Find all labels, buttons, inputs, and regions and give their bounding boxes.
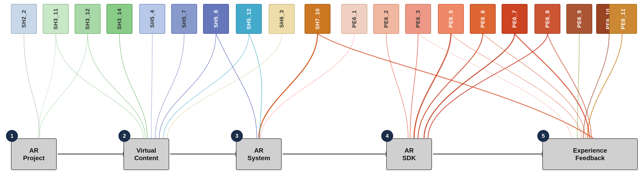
process-circle-1: 1 (6, 130, 18, 142)
process-box-virtual-content: VirtualContent (124, 138, 169, 170)
top-box-PE6_7: PE6_7 (502, 4, 528, 34)
top-box-PE6_6: PE6_6 (470, 4, 496, 34)
top-box-SH5_12: SH5_12 (236, 4, 262, 34)
top-box-PE6_1: PE6_1 (342, 4, 367, 34)
diagram-container: SH2_2 SH3_11 SH3_12 SH3_14 SH5_4 SH5_7 S… (0, 0, 644, 186)
process-box-ar-sdk: ARSDK (386, 138, 432, 170)
top-box-SH5_8: SH5_8 (203, 4, 229, 34)
process-circle-3: 3 (231, 130, 243, 142)
top-box-PE6_11: PE6_11 (609, 4, 637, 34)
top-box-PE6_5: PE6_5 (438, 4, 464, 34)
process-box-ar-project: ARProject (11, 138, 57, 170)
top-box-PE6_3: PE6_3 (405, 4, 431, 34)
process-circle-5: 5 (537, 130, 549, 142)
process-box-ar-system: ARSystem (236, 138, 282, 170)
top-box-PE6_8: PE6_8 (534, 4, 560, 34)
process-box-experience-feedback: ExperienceFeedback (542, 138, 638, 170)
process-circle-2: 2 (118, 130, 130, 142)
top-box-SH5_7: SH5_7 (171, 4, 197, 34)
top-box-SH6_3: SH6_3 (269, 4, 295, 34)
top-box-SH2_2: SH2_2 (11, 4, 37, 34)
top-box-SH3_12: SH3_12 (75, 4, 100, 34)
top-box-SH3_11: SH3_11 (43, 4, 69, 34)
top-box-PE6_2: PE6_2 (373, 4, 399, 34)
top-box-SH7_10: SH7_10 (304, 4, 330, 34)
process-circle-4: 4 (381, 130, 393, 142)
top-box-PE6_9: PE6_9 (566, 4, 592, 34)
top-box-SH3_14: SH3_14 (106, 4, 132, 34)
top-box-SH5_4: SH5_4 (139, 4, 165, 34)
